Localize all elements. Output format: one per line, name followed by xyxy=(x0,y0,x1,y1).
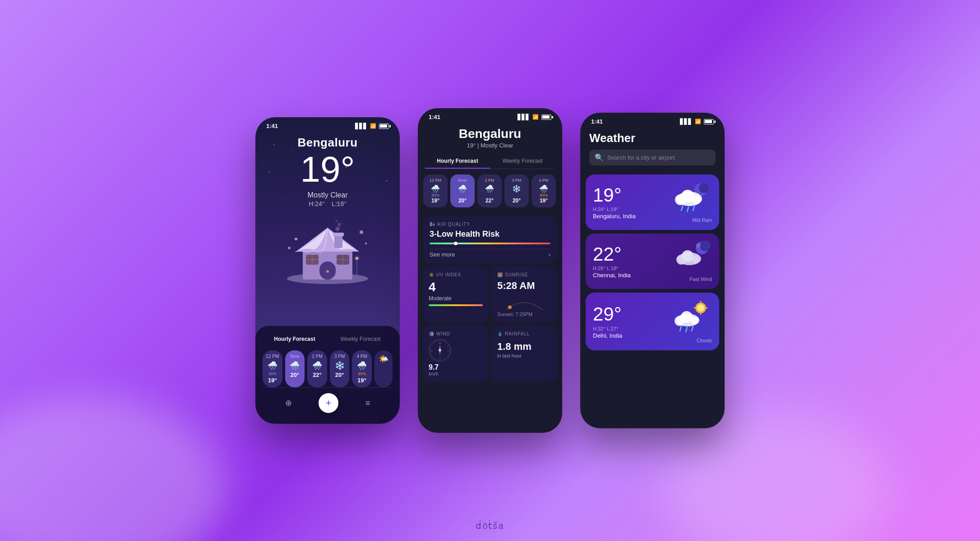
status-bar-2: 1:41 ▋▋▋ 📶 xyxy=(418,108,562,123)
p3-card-chennai[interactable]: 22° H:26° L:18° Chennai, India xyxy=(586,234,719,289)
p2-aqi-value: 3-Low Health Risk xyxy=(430,229,550,239)
p3-city-3: Delhi, India xyxy=(593,332,622,339)
p3-card-right-1: Mid Rain xyxy=(671,182,712,223)
hourly-items-1: 12 PM 🌧️ 30% 19° Now 🌧️ 20° 2 PM 🌧️ xyxy=(263,350,393,387)
p3-hilo-2: H:26° L:18° xyxy=(593,266,631,271)
p3-search-bar[interactable]: 🔍 Search for a city or airport xyxy=(589,150,716,165)
p2-hour-12pm: 12 PM 🌧️ 30% 19° xyxy=(423,174,448,207)
svg-point-33 xyxy=(439,349,441,352)
p3-hilo-1: H:24° L:18° xyxy=(593,206,636,212)
see-more[interactable]: See more › xyxy=(430,249,550,258)
signal-icon-3: ▋▋▋ xyxy=(680,119,692,125)
svg-point-9 xyxy=(326,270,329,273)
wind-compass: N E S W xyxy=(429,339,451,362)
p3-weather-icon-1 xyxy=(671,182,712,217)
p3-card-delhi[interactable]: 29° H:32° L:27° Delhi, India xyxy=(586,293,719,350)
p3-city-2: Chennai, India xyxy=(593,272,631,279)
p2-rain-box: 💧 RAINFALL 1.8 mm in last hour xyxy=(492,326,557,382)
phone-2: 1:41 ▋▋▋ 📶 Bengaluru 19° | Mostly Clear … xyxy=(418,108,562,433)
add-button[interactable]: + xyxy=(319,393,338,413)
p2-sunrise-value: 5:28 AM xyxy=(497,280,551,292)
p2-hour-3pm: 3 PM ❄️ 20° xyxy=(504,174,529,207)
p2-city: Bengaluru xyxy=(427,127,553,141)
p2-subtitle: 19° | Mostly Clear xyxy=(427,142,553,149)
forecast-bar-1: Hourly Forecast Weekly Forecast 12 PM 🌧️… xyxy=(255,326,400,424)
p2-uv-desc: Moderate xyxy=(429,295,483,302)
brand-logo: ḋöṫṥa xyxy=(476,518,504,532)
p2-uv-sunrise: ☀️ UV INDEX 4 Moderate 🌅 SUNRISE 5:28 AM xyxy=(423,267,557,322)
p1-hilo: H:24° L:18° xyxy=(255,200,400,207)
wifi-icon-1: 📶 xyxy=(370,123,376,129)
list-icon[interactable]: ≡ xyxy=(365,399,370,408)
svg-rect-16 xyxy=(306,255,319,265)
svg-line-41 xyxy=(687,207,689,211)
house-illustration xyxy=(255,212,400,284)
battery-icon-2 xyxy=(541,115,551,120)
location-icon[interactable]: ⊕ xyxy=(285,398,292,408)
p3-city-1: Bengaluru, India xyxy=(593,213,636,220)
svg-point-35 xyxy=(699,183,709,193)
svg-rect-17 xyxy=(337,255,349,265)
battery-icon-1 xyxy=(379,124,389,129)
forecast-tabs-1: Hourly Forecast Weekly Forecast xyxy=(263,333,393,345)
wind-unit: km/h xyxy=(429,371,483,376)
hourly-item-3pm: 3 PM ❄️ 20° xyxy=(330,350,350,387)
bottom-nav-1: ⊕ + ≡ xyxy=(263,387,393,417)
svg-rect-3 xyxy=(334,234,342,248)
p3-condition-2: Fast Wind xyxy=(671,276,712,282)
p2-rain-value: 1.8 mm xyxy=(497,339,551,353)
p2-rain-desc: in last hour xyxy=(497,353,551,358)
hourly-item-12pm: 12 PM 🌧️ 30% 19° xyxy=(263,350,282,387)
p2-hour-now: Now 🌧️ 20° xyxy=(450,174,475,207)
svg-point-20 xyxy=(356,257,358,260)
p2-uv-box: ☀️ UV INDEX 4 Moderate xyxy=(423,267,488,322)
p2-uv-value: 4 xyxy=(429,280,483,294)
signal-icon-2: ▋▋▋ xyxy=(518,114,530,120)
uv-bar xyxy=(429,304,483,306)
svg-text:W: W xyxy=(431,350,433,352)
phone-1: 1:41 ▋▋▋ 📶 Bengaluru 19° Mostly Clear H:… xyxy=(255,117,400,424)
p3-card-left-3: 29° H:32° L:27° Delhi, India xyxy=(593,304,622,339)
p2-air-quality: 🌬️ AIR QUALITY 3-Low Health Risk See mor… xyxy=(423,216,557,263)
p3-card-bengaluru[interactable]: 19° H:24° L:18° Bengaluru, India xyxy=(586,174,719,230)
aqi-indicator xyxy=(454,242,458,245)
p3-title: Weather xyxy=(589,131,716,145)
svg-text:N: N xyxy=(439,342,441,344)
svg-point-6 xyxy=(337,223,341,226)
p2-weekly-tab[interactable]: Weekly Forecast xyxy=(490,154,555,169)
p3-header: Weather 🔍 Search for a city or airport xyxy=(580,128,725,171)
svg-point-5 xyxy=(335,227,340,231)
svg-point-25 xyxy=(508,305,512,309)
svg-point-51 xyxy=(697,304,704,312)
p3-temp-2: 22° xyxy=(593,244,631,265)
svg-point-44 xyxy=(700,241,711,251)
phone-3: 1:41 ▋▋▋ 📶 Weather 🔍 Search for a city o… xyxy=(580,113,725,428)
weekly-tab-1[interactable]: Weekly Forecast xyxy=(328,333,393,345)
p3-card-left-2: 22° H:26° L:18° Chennai, India xyxy=(593,244,631,279)
hourly-item-partial: 🌤️ xyxy=(374,350,393,387)
p3-hilo-3: H:32° L:27° xyxy=(593,326,622,331)
svg-line-61 xyxy=(686,327,687,332)
p2-hourly: 12 PM 🌧️ 30% 19° Now 🌧️ 20° 2 PM 🌧️ 22° … xyxy=(418,169,562,213)
p3-weather-icon-2 xyxy=(671,241,712,276)
time-3: 1:41 xyxy=(591,118,603,125)
hourly-item-4pm: 4 PM 🌧️ 40% 19° xyxy=(352,350,372,387)
wifi-icon-2: 📶 xyxy=(532,114,539,120)
hourly-tab-1[interactable]: Hourly Forecast xyxy=(263,333,327,345)
p2-sunrise-box: 🌅 SUNRISE 5:28 AM Sunset: 7:25PM xyxy=(492,267,557,322)
time-2: 1:41 xyxy=(429,114,440,120)
p2-wind-rain: 💨 WIND N E S W 9.7 xyxy=(423,326,557,382)
svg-point-59 xyxy=(681,311,693,323)
svg-point-7 xyxy=(335,220,338,222)
p3-card-right-2: Fast Wind xyxy=(671,241,712,282)
status-icons-3: ▋▋▋ 📶 xyxy=(680,119,714,125)
svg-line-60 xyxy=(680,326,681,331)
svg-point-23 xyxy=(365,243,367,244)
svg-point-22 xyxy=(360,230,363,234)
sunrise-arc xyxy=(497,293,551,312)
search-icon-3: 🔍 xyxy=(595,153,604,162)
svg-point-21 xyxy=(295,238,297,240)
time-1: 1:41 xyxy=(266,123,278,129)
p3-search-placeholder: Search for a city or airport xyxy=(607,154,675,161)
p2-hourly-tab[interactable]: Hourly Forecast xyxy=(425,154,490,169)
